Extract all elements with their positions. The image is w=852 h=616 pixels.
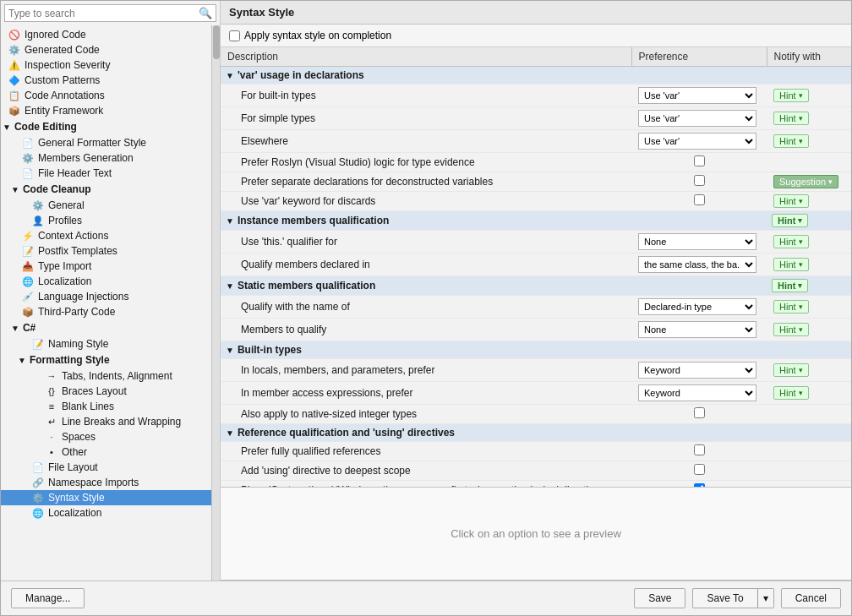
- tree-item-localization2[interactable]: 🌐Localization: [1, 505, 211, 521]
- notify-cell-builtin-types-1[interactable]: Hint ▾: [767, 382, 851, 405]
- pref-cell-instance-members-0[interactable]: None: [631, 231, 767, 253]
- pref-cell-instance-members-1[interactable]: the same class, the ba...: [631, 253, 767, 276]
- pref-checkbox-var-usage-4[interactable]: [694, 175, 705, 186]
- pref-cell-builtin-types-2[interactable]: [631, 405, 767, 424]
- tree-group-code-cleanup-group[interactable]: ▼Code Cleanup: [1, 181, 211, 198]
- tree-item-third-party-code[interactable]: 📦Third-Party Code: [1, 304, 211, 319]
- tree-item-tabs-indents[interactable]: →Tabs, Indents, Alignment: [1, 368, 211, 384]
- tree-item-syntax-style[interactable]: ⚙️Syntax Style: [1, 490, 211, 505]
- tree-item-spaces[interactable]: ·Spaces: [1, 429, 211, 444]
- notify-cell-static-members-1[interactable]: Hint ▾: [767, 319, 851, 341]
- notify-badge-instance-members-1[interactable]: Hint ▾: [773, 258, 809, 271]
- pref-cell-ref-qualification-0[interactable]: [631, 442, 767, 461]
- tree-item-other[interactable]: •Other: [1, 444, 211, 460]
- pref-cell-var-usage-1[interactable]: Use 'var': [631, 107, 767, 130]
- tree-item-localization[interactable]: 🌐Localization: [1, 274, 211, 289]
- notify-cell-var-usage-0[interactable]: Hint ▾: [767, 84, 851, 107]
- section-extra-notify-instance-members[interactable]: Hint ▾: [767, 211, 851, 231]
- tree-item-members-generation[interactable]: ⚙️Members Generation: [1, 150, 211, 166]
- notify-cell-static-members-0[interactable]: Hint ▾: [767, 296, 851, 319]
- pref-cell-builtin-types-0[interactable]: Keyword: [631, 359, 767, 382]
- notify-cell-var-usage-4[interactable]: Suggestion ▾: [767, 172, 851, 192]
- tree-item-file-header-text[interactable]: 📄File Header Text: [1, 166, 211, 181]
- pref-cell-ref-qualification-1[interactable]: [631, 461, 767, 481]
- pref-cell-var-usage-2[interactable]: Use 'var': [631, 130, 767, 153]
- save-to-arrow-button[interactable]: ▾: [757, 588, 774, 608]
- save-to-button[interactable]: Save To: [692, 588, 756, 608]
- tree-item-postfix-templates[interactable]: 📝Postfix Templates: [1, 243, 211, 259]
- tree-item-line-breaks[interactable]: ↵Line Breaks and Wrapping: [1, 414, 211, 429]
- sidebar-scrollbar[interactable]: [211, 25, 220, 581]
- notify-cell-instance-members-1[interactable]: Hint ▾: [767, 253, 851, 276]
- tree-item-custom-patterns[interactable]: 🔷Custom Patterns: [1, 73, 211, 88]
- apply-syntax-checkbox[interactable]: [229, 30, 240, 41]
- save-button[interactable]: Save: [634, 588, 685, 608]
- pref-cell-ref-qualification-2[interactable]: [631, 481, 767, 488]
- section-extra-notify-static-members[interactable]: Hint ▾: [767, 276, 851, 296]
- cancel-button[interactable]: Cancel: [781, 588, 841, 608]
- pref-dropdown-builtin-types-0[interactable]: Keyword: [638, 362, 756, 379]
- tree-item-inspection-severity[interactable]: ⚠️Inspection Severity: [1, 57, 211, 73]
- pref-cell-var-usage-3[interactable]: [631, 153, 767, 172]
- notify-badge-builtin-types-1[interactable]: Hint ▾: [773, 386, 809, 400]
- section-header-var-usage[interactable]: ▼'var' usage in declarations: [221, 67, 851, 84]
- pref-cell-var-usage-0[interactable]: Use 'var': [631, 84, 767, 107]
- section-header-builtin-types[interactable]: ▼Built-in types: [221, 341, 851, 359]
- manage-button[interactable]: Manage...: [11, 588, 85, 608]
- notify-cell-instance-members-0[interactable]: Hint ▾: [767, 231, 851, 253]
- tree-group-formatting-style-group[interactable]: ▼Formatting Style: [1, 352, 211, 368]
- pref-dropdown-static-members-1[interactable]: None: [638, 321, 756, 338]
- section-header-ref-qualification[interactable]: ▼Reference qualification and 'using' dir…: [221, 424, 851, 442]
- pref-dropdown-var-usage-1[interactable]: Use 'var': [638, 110, 756, 127]
- notify-badge-static-members-0[interactable]: Hint ▾: [773, 300, 809, 313]
- pref-dropdown-static-members-0[interactable]: Declared-in type: [638, 298, 756, 315]
- section-notify-static-members[interactable]: Hint ▾: [772, 279, 808, 292]
- pref-checkbox-builtin-types-2[interactable]: [694, 407, 705, 418]
- search-box[interactable]: 🔍: [4, 4, 216, 22]
- tree-item-naming-style[interactable]: 📝Naming Style: [1, 336, 211, 352]
- notify-badge-static-members-1[interactable]: Hint ▾: [773, 323, 809, 336]
- notify-badge-var-usage-1[interactable]: Hint ▾: [773, 112, 809, 125]
- pref-cell-var-usage-4[interactable]: [631, 172, 767, 192]
- search-input[interactable]: [8, 8, 199, 19]
- tree-item-language-injections[interactable]: 💉Language Injections: [1, 289, 211, 304]
- notify-cell-var-usage-5[interactable]: Hint ▾: [767, 192, 851, 211]
- tree-group-csharp-group[interactable]: ▼C#: [1, 319, 211, 336]
- tree-group-code-editing-group[interactable]: ▼Code Editing: [1, 118, 211, 135]
- pref-dropdown-var-usage-2[interactable]: Use 'var': [638, 133, 756, 150]
- tree-item-general-formatter[interactable]: 📄General Formatter Style: [1, 135, 211, 150]
- section-notify-instance-members[interactable]: Hint ▾: [772, 214, 808, 227]
- pref-checkbox-ref-qualification-0[interactable]: [694, 444, 705, 455]
- pref-checkbox-var-usage-5[interactable]: [694, 194, 705, 205]
- tree-item-generated-code[interactable]: ⚙️Generated Code: [1, 42, 211, 57]
- pref-dropdown-instance-members-1[interactable]: the same class, the ba...: [638, 256, 756, 273]
- pref-cell-var-usage-5[interactable]: [631, 192, 767, 211]
- pref-dropdown-instance-members-0[interactable]: None: [638, 233, 756, 250]
- notify-badge-var-usage-5[interactable]: Hint ▾: [773, 194, 809, 208]
- pref-checkbox-var-usage-3[interactable]: [694, 155, 705, 166]
- tree-item-code-annotations[interactable]: 📋Code Annotations: [1, 88, 211, 103]
- notify-badge-var-usage-4[interactable]: Suggestion ▾: [773, 175, 838, 188]
- tree-item-namespace-imports[interactable]: 🔗Namespace Imports: [1, 475, 211, 490]
- tree-item-entity-framework[interactable]: 📦Entity Framework: [1, 103, 211, 118]
- notify-cell-builtin-types-0[interactable]: Hint ▾: [767, 359, 851, 382]
- pref-cell-builtin-types-1[interactable]: Keyword: [631, 382, 767, 405]
- tree-item-context-actions[interactable]: ⚡Context Actions: [1, 228, 211, 243]
- tree-item-file-layout[interactable]: 📄File Layout: [1, 460, 211, 475]
- tree-item-type-import[interactable]: 📥Type Import: [1, 259, 211, 274]
- section-header-instance-members[interactable]: ▼Instance members qualification Hint ▾: [221, 211, 851, 231]
- notify-badge-var-usage-0[interactable]: Hint ▾: [773, 89, 809, 102]
- pref-cell-static-members-0[interactable]: Declared-in type: [631, 296, 767, 319]
- notify-badge-builtin-types-0[interactable]: Hint ▾: [773, 363, 809, 377]
- pref-dropdown-builtin-types-1[interactable]: Keyword: [638, 384, 756, 401]
- tree-item-ignored-code[interactable]: 🚫Ignored Code: [1, 27, 211, 42]
- tree-item-general[interactable]: ⚙️General: [1, 198, 211, 213]
- tree-item-blank-lines[interactable]: ≡Blank Lines: [1, 399, 211, 414]
- notify-cell-var-usage-2[interactable]: Hint ▾: [767, 130, 851, 153]
- notify-badge-instance-members-0[interactable]: Hint ▾: [773, 235, 809, 248]
- tree-item-braces-layout[interactable]: {}Braces Layout: [1, 384, 211, 399]
- notify-badge-var-usage-2[interactable]: Hint ▾: [773, 134, 809, 148]
- pref-checkbox-ref-qualification-1[interactable]: [694, 464, 705, 475]
- section-header-static-members[interactable]: ▼Static members qualification Hint ▾: [221, 276, 851, 296]
- tree-item-profiles[interactable]: 👤Profiles: [1, 213, 211, 228]
